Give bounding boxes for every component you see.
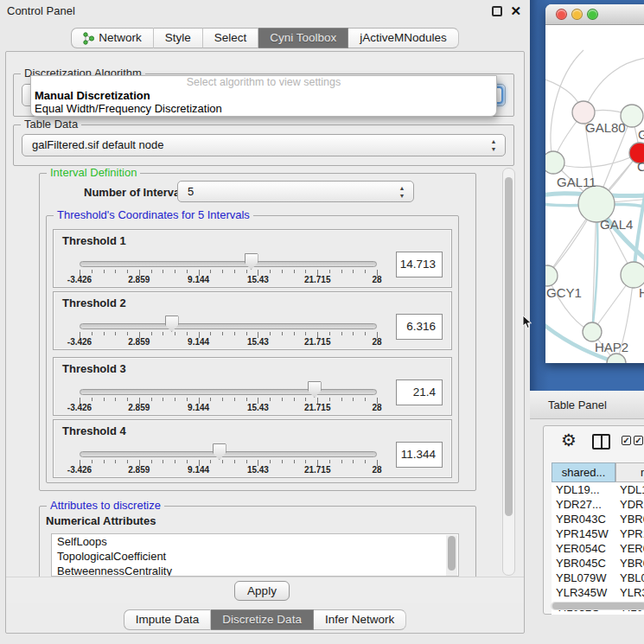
table-row[interactable]: YBL079WYBL0 (552, 571, 644, 585)
table-panel-inner: ⚙ ✓ ✓ shared...nYDL19...YDL1YDR27...YDR2… (543, 425, 644, 615)
settings-scrollbar[interactable] (502, 168, 515, 576)
threshold-value-field[interactable]: 11.344 (396, 442, 443, 468)
table-cell[interactable]: YLR3 (615, 585, 644, 600)
float-window-icon[interactable] (492, 6, 502, 16)
apply-button[interactable]: Apply (234, 581, 290, 601)
slider-tick (305, 460, 306, 463)
network-node[interactable] (583, 322, 602, 341)
table-cell[interactable]: YBL0 (615, 571, 644, 585)
tab-jactivemnodules[interactable]: jActiveMNodules (348, 28, 459, 48)
table-cell[interactable]: YLR345W (552, 585, 615, 600)
checkbox-icon[interactable]: ✓ (634, 436, 643, 445)
table-data-combobox[interactable]: galFiltered.sif default node ▲▼ (22, 134, 506, 156)
threshold-label: Threshold 3 (62, 362, 126, 375)
attribute-item[interactable]: TopologicalCoefficient (52, 549, 458, 564)
table-row[interactable]: YDR27...YDR2 (552, 497, 644, 512)
table-column-header[interactable]: shared... (552, 462, 615, 482)
zoom-traffic-light-icon[interactable] (587, 9, 598, 20)
tab-impute-data[interactable]: Impute Data (124, 609, 212, 630)
threshold-value-field[interactable]: 6.316 (396, 314, 443, 340)
control-panel-title: Control Panel (7, 4, 75, 17)
minimize-traffic-light-icon[interactable] (571, 9, 583, 20)
combo-arrows-icon: ▲▼ (489, 137, 498, 153)
slider-tick (151, 460, 152, 463)
close-icon[interactable]: ✕ (510, 3, 521, 19)
settings-scrollbar-thumb[interactable] (505, 177, 513, 516)
popup-option[interactable]: Equal Width/Frequency Discretization (31, 102, 496, 115)
table-cell[interactable]: YDR2 (615, 497, 644, 512)
slider-tick-label: 15.43 (247, 403, 269, 412)
table-row[interactable]: YPR145WYPR1 (552, 526, 644, 541)
slider-track[interactable] (80, 451, 377, 457)
table-row[interactable]: YLR345WYLR3 (552, 585, 644, 600)
slider-tick-label: 21.715 (304, 403, 331, 412)
table-row[interactable]: YBR045CYBR0 (552, 556, 644, 571)
network-window-titlebar[interactable] (545, 4, 644, 25)
attributes-scrollbar-thumb[interactable] (448, 536, 456, 571)
slider-tick (365, 398, 366, 401)
tab-network[interactable]: Network (71, 28, 154, 48)
slider-tick (127, 270, 128, 273)
popup-option[interactable]: Manual Discretization (31, 89, 496, 102)
slider-tick-label: 15.43 (247, 275, 269, 284)
table-cell[interactable]: YDR27... (552, 497, 615, 512)
columns-icon[interactable] (592, 434, 610, 450)
table-cell[interactable]: YDL19... (552, 482, 615, 497)
algorithm-popup-hint: Select algorithm to view settings (31, 76, 496, 89)
slider-tick (151, 398, 152, 401)
slider-handle[interactable] (308, 381, 322, 398)
number-of-intervals-combobox[interactable]: 5 ▲▼ (177, 181, 414, 202)
slider-handle[interactable] (165, 316, 179, 332)
close-traffic-light-icon[interactable] (556, 9, 567, 20)
slider-track[interactable] (80, 261, 377, 267)
slider-tick (104, 460, 105, 463)
table-row[interactable]: YBR043CYBR0 (552, 512, 644, 526)
table-row[interactable]: YER054CYER0 (552, 541, 644, 556)
table-cell[interactable]: YBR043C (552, 512, 615, 526)
table-hscrollbar[interactable] (551, 602, 644, 610)
network-node[interactable] (545, 151, 564, 174)
network-node[interactable] (545, 265, 558, 286)
tab-select[interactable]: Select (203, 28, 259, 48)
threshold-value-field[interactable]: 21.4 (396, 379, 443, 405)
slider-track[interactable] (80, 389, 377, 395)
table-cell[interactable]: YBR0 (615, 512, 644, 526)
slider-tick-label: 28 (372, 275, 381, 284)
slider-handle[interactable] (245, 253, 258, 270)
network-node[interactable] (621, 262, 644, 288)
network-node-label: GAL80 (585, 120, 626, 135)
threshold-value-field[interactable]: 14.713 (396, 252, 443, 277)
table-cell[interactable]: YPR145W (552, 526, 615, 541)
slider-tick (270, 332, 271, 335)
slider-track[interactable] (80, 323, 377, 329)
table-hscrollbar-thumb[interactable] (552, 603, 644, 609)
table-cell[interactable]: YBR0 (615, 556, 644, 571)
table-cell[interactable]: YBL079W (552, 571, 615, 585)
table-cell[interactable]: YPR1 (615, 526, 644, 541)
threshold-panel: Threshold 3-3.4262.8599.14415.4321.71528… (53, 357, 452, 416)
tab-label: Infer Network (325, 610, 394, 629)
table-cell[interactable]: YER054C (552, 541, 615, 556)
table-column-header[interactable]: n (615, 462, 644, 482)
table-cell[interactable]: YBR045C (552, 556, 615, 571)
network-canvas[interactable]: GAL80GCGAL11GAL4GCY1HHAP2 (545, 26, 644, 363)
slider-tick (234, 332, 235, 335)
table-cell[interactable]: YDL1 (615, 482, 644, 497)
tab-cyni-toolbox[interactable]: Cyni Toolbox (258, 28, 348, 48)
numerical-attributes-list[interactable]: SelfLoopsTopologicalCoefficientBetweenne… (51, 533, 459, 577)
tab-label: Discretize Data (222, 610, 302, 629)
attributes-scrollbar[interactable] (446, 535, 457, 577)
tab-style[interactable]: Style (154, 28, 203, 48)
attribute-item[interactable]: BetweennessCentrality (52, 564, 458, 577)
table-cell[interactable]: YER0 (615, 541, 644, 556)
checkbox-icon[interactable]: ✓ (622, 436, 631, 445)
tab-infer-network[interactable]: Infer Network (314, 609, 406, 630)
attribute-item[interactable]: SelfLoops (52, 534, 458, 549)
slider-handle[interactable] (213, 443, 226, 460)
slider-tick-label: 2.859 (128, 337, 150, 347)
slider-tick (187, 398, 188, 401)
tab-discretize-data[interactable]: Discretize Data (211, 609, 314, 630)
table-row[interactable]: YDL19...YDL1 (552, 482, 644, 497)
gear-icon[interactable]: ⚙ (561, 431, 577, 449)
slider-tick (92, 332, 92, 335)
